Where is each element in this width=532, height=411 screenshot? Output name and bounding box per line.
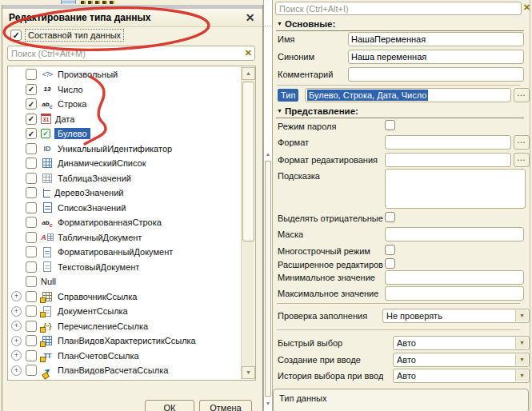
dropdown-arrow-icon[interactable]: ▼	[515, 310, 528, 321]
type-label[interactable]: Null	[41, 277, 56, 286]
scroll-up-icon[interactable]: ▲	[242, 67, 255, 80]
type-row-formatted-document[interactable]: ФорматированныйДокумент	[8, 245, 241, 260]
type-label[interactable]: ТабличныйДокумент	[58, 233, 142, 242]
mask-input[interactable]	[385, 227, 524, 241]
type-checkbox[interactable]	[26, 365, 37, 376]
type-label[interactable]: СправочникСсылка	[58, 292, 137, 301]
password-mode-checkbox[interactable]	[385, 120, 395, 130]
type-label[interactable]: ФорматированныйДокумент	[58, 247, 173, 257]
type-row-number[interactable]: ✓ 123 Число	[8, 82, 241, 98]
create-on-input-dropdown[interactable]: Авто ▼	[393, 353, 530, 367]
type-checkbox[interactable]	[26, 335, 37, 346]
type-label[interactable]: ПланВидовРасчетаСсылка	[58, 365, 168, 375]
close-icon[interactable]: ✕	[243, 12, 257, 25]
expand-icon[interactable]: +	[11, 291, 22, 301]
type-value-input[interactable]: Булево, Строка, Дата, Число	[305, 88, 511, 102]
type-checkbox[interactable]: ✓	[26, 128, 37, 139]
type-checkbox[interactable]	[26, 321, 37, 332]
max-value-input[interactable]	[385, 286, 524, 301]
type-checkbox[interactable]	[26, 202, 37, 213]
type-checkbox[interactable]: ✓	[26, 98, 37, 110]
type-row-string[interactable]: ✓ abc Строка	[8, 97, 241, 112]
scroll-down-icon[interactable]: ▼	[242, 366, 255, 379]
type-ellipsis-button[interactable]: ...	[514, 88, 530, 102]
type-row-spreadsheet-document[interactable]: A ТабличныйДокумент	[8, 230, 241, 245]
format-ellipsis-button[interactable]: ...	[514, 135, 530, 150]
type-checkbox[interactable]	[26, 69, 37, 80]
composite-type-checkbox[interactable]: ✓	[10, 30, 22, 41]
type-label[interactable]: Произвольный	[58, 70, 118, 79]
type-label[interactable]: ДинамическийСписок	[58, 158, 146, 168]
type-checkbox[interactable]	[26, 305, 37, 317]
type-label[interactable]: ФорматированнаяСтрока	[58, 217, 162, 227]
type-checkbox[interactable]	[26, 350, 37, 361]
type-row-chart-of-calculation-types-ref[interactable]: + ➤ ПланВидовРасчетаСсылка	[8, 363, 241, 378]
list-scrollbar[interactable]: ▲ ▼	[241, 67, 254, 379]
search-clear-icon[interactable]: ✕	[245, 48, 252, 58]
type-label[interactable]: Число	[58, 85, 83, 94]
section-view[interactable]: ▼Представление:	[275, 105, 529, 121]
scrollbar-thumb[interactable]	[242, 82, 254, 241]
type-row-boolean[interactable]: ✓ ✓ Булево	[8, 126, 241, 142]
expand-icon[interactable]: +	[11, 350, 22, 361]
min-value-input[interactable]	[385, 270, 524, 285]
edit-format-input[interactable]	[385, 153, 511, 167]
type-row-dynamic-list[interactable]: ДинамическийСписок	[8, 156, 241, 171]
type-checkbox[interactable]	[26, 158, 37, 169]
dropdown-arrow-icon[interactable]: ▼	[515, 354, 528, 365]
dialog-search-field[interactable]: ✕	[7, 46, 255, 61]
type-row-enum-ref[interactable]: + {··} ПеречислениеСсылка	[8, 319, 241, 334]
dialog-search-input[interactable]	[7, 46, 255, 61]
type-row-date[interactable]: ✓ 31 Дата	[8, 112, 241, 127]
type-label[interactable]: ПланВидовХарактеристикСсылка	[58, 336, 196, 345]
type-row-chart-of-accounts-ref[interactable]: + ТТ ПланСчетовСсылка	[8, 349, 241, 364]
type-label-selected[interactable]: Булево	[54, 128, 90, 139]
type-label[interactable]: ПеречислениеСсылка	[58, 321, 148, 331]
type-row-catalog-ref[interactable]: + СправочникСсылка	[8, 289, 241, 305]
type-checkbox[interactable]	[26, 246, 37, 257]
type-checkbox[interactable]	[26, 261, 37, 273]
extended-edit-checkbox[interactable]	[385, 258, 395, 269]
scroll-up-icon[interactable]: ▲	[264, 149, 272, 159]
type-checkbox[interactable]	[26, 291, 37, 302]
type-row-arbitrary[interactable]: <?> Произвольный	[8, 67, 241, 82]
type-checkbox[interactable]	[26, 276, 37, 287]
choice-history-dropdown[interactable]: Авто ▼	[393, 369, 530, 383]
type-row-value-table[interactable]: ТаблицаЗначений	[8, 171, 241, 186]
cancel-button[interactable]: Отмена	[199, 400, 252, 411]
mark-negatives-checkbox[interactable]	[385, 212, 395, 222]
type-row-value-tree[interactable]: ДеревоЗначений	[8, 186, 241, 201]
type-label[interactable]: Дата	[55, 114, 74, 124]
synonym-input[interactable]	[348, 50, 524, 64]
expand-icon[interactable]: +	[11, 365, 22, 376]
ok-button[interactable]: ОК	[145, 400, 194, 411]
palette-search-input[interactable]	[275, 2, 522, 15]
expand-icon[interactable]: +	[11, 306, 22, 317]
type-checkbox[interactable]: ✓	[26, 114, 37, 125]
type-checkbox[interactable]	[26, 173, 37, 184]
type-label[interactable]: ТекстовыйДокумент	[58, 262, 139, 272]
type-label[interactable]: ТаблицаЗначений	[58, 174, 131, 183]
type-label[interactable]: ДеревоЗначений	[54, 188, 123, 198]
comment-input[interactable]	[348, 67, 524, 82]
background-scrollbar[interactable]: ... ▲ ▼	[263, 0, 273, 411]
type-checkbox[interactable]	[26, 232, 37, 243]
type-row-text-document[interactable]: ТекстовыйДокумент	[8, 260, 241, 275]
type-checkbox[interactable]: ✓	[26, 84, 37, 95]
dropdown-arrow-icon[interactable]: ▼	[515, 370, 528, 381]
scroll-down-icon[interactable]: ▼	[264, 398, 272, 409]
quick-choice-dropdown[interactable]: Авто ▼	[393, 336, 530, 350]
name-input[interactable]	[348, 32, 524, 46]
type-label[interactable]: Строка	[58, 99, 86, 109]
type-row-null[interactable]: Null	[8, 274, 241, 289]
type-checkbox[interactable]	[26, 187, 37, 198]
type-label[interactable]: СписокЗначений	[58, 203, 126, 213]
type-row-formatted-string[interactable]: abc ФорматированнаяСтрока	[8, 215, 241, 230]
type-label[interactable]: ДокументСсылка	[58, 306, 128, 316]
section-main[interactable]: ▼Основные:	[275, 18, 529, 34]
tooltip-textarea[interactable]	[385, 169, 526, 209]
multiline-checkbox[interactable]	[385, 245, 395, 255]
palette-search-field[interactable]	[275, 2, 522, 15]
expand-icon[interactable]: +	[11, 336, 22, 346]
type-row-document-ref[interactable]: + ДокументСсылка	[8, 304, 241, 319]
